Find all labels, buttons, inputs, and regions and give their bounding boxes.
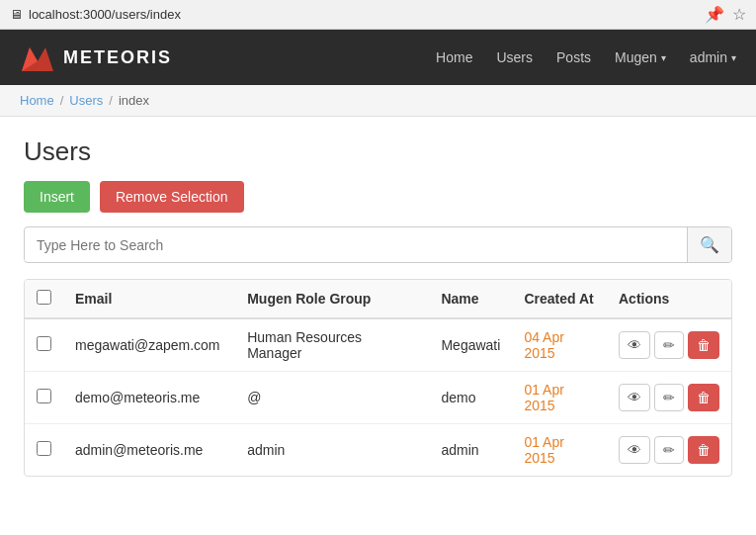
- row-actions: 👁 ✏ 🗑: [607, 372, 731, 424]
- row-email: demo@meteoris.me: [63, 372, 235, 424]
- mugen-caret-icon: ▾: [661, 52, 666, 63]
- page-title: Users: [24, 136, 732, 167]
- row-role-group: @: [235, 372, 429, 424]
- logo-icon: [20, 40, 55, 75]
- col-name-header: Name: [429, 280, 512, 318]
- row-actions: 👁 ✏ 🗑: [607, 424, 731, 477]
- nav-users[interactable]: Users: [496, 49, 533, 65]
- breadcrumb-sep-2: /: [109, 93, 113, 108]
- search-bar: 🔍: [24, 226, 732, 263]
- table-row: megawati@zapem.com Human Resources Manag…: [25, 318, 731, 372]
- users-table-container: Email Mugen Role Group Name Created At A…: [24, 279, 732, 477]
- browser-actions: 📌 ☆: [705, 5, 746, 24]
- trash-icon: 🗑: [697, 442, 711, 458]
- navbar: METEORIS Home Users Posts Mugen ▾ admin …: [0, 30, 756, 85]
- nav-mugen-dropdown[interactable]: Mugen ▾: [615, 49, 666, 65]
- eye-icon: 👁: [628, 390, 641, 405]
- nav-home[interactable]: Home: [436, 49, 472, 65]
- row-email: megawati@zapem.com: [63, 318, 235, 372]
- row-role-group: Human Resources Manager: [235, 318, 429, 372]
- table-header-row: Email Mugen Role Group Name Created At A…: [25, 280, 731, 318]
- view-button-1[interactable]: 👁: [619, 384, 650, 411]
- col-created-header: Created At: [512, 280, 607, 318]
- users-table: Email Mugen Role Group Name Created At A…: [25, 280, 731, 476]
- breadcrumb-bar: Home / Users / index: [0, 85, 756, 117]
- action-buttons: Insert Remove Selection: [24, 181, 732, 213]
- table-body: megawati@zapem.com Human Resources Manag…: [25, 318, 731, 476]
- row-created-at: 04 Apr 2015: [512, 318, 607, 372]
- select-all-checkbox[interactable]: [37, 290, 51, 305]
- row-name: demo: [429, 372, 512, 424]
- nav-admin-dropdown[interactable]: admin ▾: [690, 49, 736, 65]
- row-checkbox-1[interactable]: [37, 389, 51, 403]
- row-created-at: 01 Apr 2015: [512, 424, 607, 477]
- col-checkbox: [25, 280, 63, 318]
- row-name: Megawati: [429, 318, 512, 372]
- main-content: Users Insert Remove Selection 🔍 Email Mu…: [0, 117, 756, 496]
- edit-button-0[interactable]: ✏: [654, 331, 684, 359]
- view-button-0[interactable]: 👁: [619, 331, 650, 359]
- row-email: admin@meteoris.me: [63, 424, 235, 477]
- admin-caret-icon: ▾: [731, 52, 736, 63]
- browser-chrome: 🖥 localhost:3000/users/index 📌 ☆: [0, 0, 756, 30]
- row-role-group: admin: [235, 424, 429, 477]
- row-checkbox-2[interactable]: [37, 441, 51, 456]
- eye-icon: 👁: [628, 442, 641, 458]
- delete-button-1[interactable]: 🗑: [688, 384, 719, 411]
- url-text: localhost:3000/users/index: [29, 7, 181, 22]
- insert-button[interactable]: Insert: [24, 181, 90, 213]
- nav-admin-label: admin: [690, 49, 727, 65]
- pencil-icon: ✏: [663, 337, 675, 353]
- pencil-icon: ✏: [663, 442, 675, 458]
- delete-button-2[interactable]: 🗑: [688, 436, 719, 464]
- row-checkbox-cell: [25, 318, 63, 372]
- pencil-icon: ✏: [663, 390, 675, 405]
- row-actions: 👁 ✏ 🗑: [607, 318, 731, 372]
- search-icon: 🔍: [700, 236, 719, 253]
- col-role-header: Mugen Role Group: [235, 280, 429, 318]
- row-checkbox-0[interactable]: [37, 336, 51, 351]
- edit-button-2[interactable]: ✏: [654, 436, 684, 464]
- brand: METEORIS: [20, 40, 172, 75]
- row-name: admin: [429, 424, 512, 477]
- brand-name: METEORIS: [63, 47, 172, 68]
- breadcrumb-home[interactable]: Home: [20, 93, 54, 108]
- col-email-header: Email: [63, 280, 235, 318]
- view-button-2[interactable]: 👁: [619, 436, 650, 464]
- row-checkbox-cell: [25, 424, 63, 477]
- star-icon: ☆: [732, 5, 746, 24]
- eye-icon: 👁: [628, 337, 641, 353]
- page-icon: 🖥: [10, 7, 23, 22]
- breadcrumb: Home / Users / index: [20, 93, 736, 108]
- search-button[interactable]: 🔍: [687, 227, 731, 262]
- trash-icon: 🗑: [697, 390, 711, 405]
- trash-icon: 🗑: [697, 337, 711, 353]
- pin-icon: 📌: [705, 5, 724, 24]
- nav-mugen-label: Mugen: [615, 49, 657, 65]
- delete-button-0[interactable]: 🗑: [688, 331, 719, 359]
- row-checkbox-cell: [25, 372, 63, 424]
- nav-posts[interactable]: Posts: [556, 49, 591, 65]
- breadcrumb-sep-1: /: [60, 93, 64, 108]
- table-row: demo@meteoris.me @ demo 01 Apr 2015 👁 ✏ …: [25, 372, 731, 424]
- table-row: admin@meteoris.me admin admin 01 Apr 201…: [25, 424, 731, 477]
- remove-selection-button[interactable]: Remove Selection: [100, 181, 244, 213]
- search-input[interactable]: [25, 229, 687, 261]
- url-bar: 🖥 localhost:3000/users/index: [10, 7, 181, 22]
- edit-button-1[interactable]: ✏: [654, 384, 684, 411]
- row-created-at: 01 Apr 2015: [512, 372, 607, 424]
- breadcrumb-users[interactable]: Users: [69, 93, 103, 108]
- breadcrumb-current: index: [119, 93, 149, 108]
- navbar-nav: Home Users Posts Mugen ▾ admin ▾: [436, 49, 736, 65]
- col-actions-header: Actions: [607, 280, 731, 318]
